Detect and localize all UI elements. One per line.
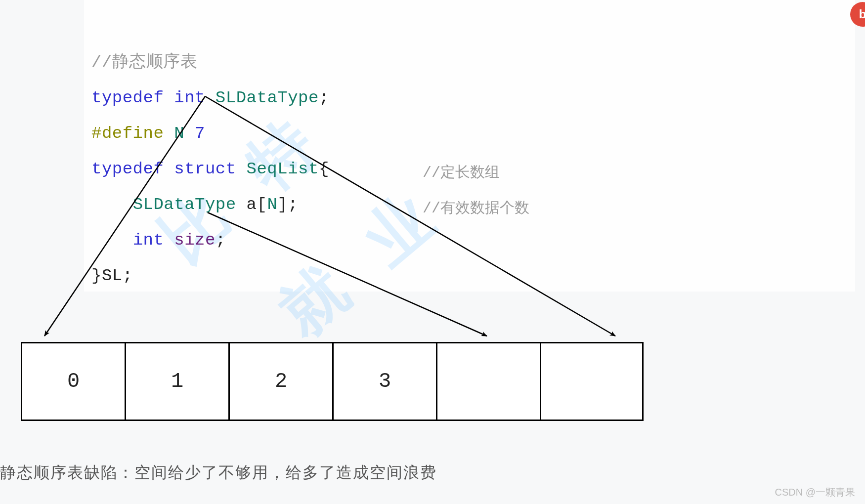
array-cell-3: 3: [332, 342, 436, 421]
attribution-text: CSDN @一颗青果: [775, 486, 855, 499]
kw-int-2: int: [133, 231, 164, 250]
kw-struct: struct: [174, 160, 236, 178]
field-arr-N: N: [267, 195, 277, 214]
preproc-define: #define: [91, 124, 164, 143]
kw-int-1: int: [174, 88, 205, 107]
comment-top: //静态顺序表: [91, 53, 197, 72]
kw-typedef-2: typedef: [91, 160, 164, 178]
macro-N: N: [174, 124, 184, 143]
indent-1: [91, 195, 133, 214]
comment-fixed-array: //定长数组: [423, 162, 500, 182]
array-cell-4: [436, 342, 540, 421]
array-visual: 0 1 2 3: [21, 342, 644, 421]
field-size: size: [164, 231, 216, 250]
field-arr-close: ];: [277, 195, 298, 214]
array-cell-5: [540, 342, 644, 421]
semi-2: ;: [216, 231, 226, 250]
caption-text: 静态顺序表缺陷：空间给少了不够用，给多了造成空间浪费: [0, 462, 437, 484]
indent-2: [91, 231, 133, 250]
type-sldatatype: SLDataType: [216, 88, 319, 107]
array-cell-1: 1: [125, 342, 228, 421]
code-block: //静态顺序表 typedef int SLDataType; #define …: [91, 9, 329, 294]
macro-val: 7: [195, 124, 205, 143]
array-cell-2: 2: [228, 342, 332, 421]
comment-valid-count: //有效数据个数: [423, 198, 529, 218]
struct-name: SeqList: [247, 160, 319, 178]
struct-close: }SL;: [91, 266, 133, 285]
badge-letter: b: [859, 7, 865, 21]
field-arr-open: a[: [236, 195, 267, 214]
semi-1: ;: [319, 88, 329, 107]
kw-typedef-1: typedef: [91, 88, 164, 107]
array-cell-0: 0: [21, 342, 125, 421]
brace-open: {: [319, 160, 329, 178]
field-type-1: SLDataType: [133, 195, 236, 214]
